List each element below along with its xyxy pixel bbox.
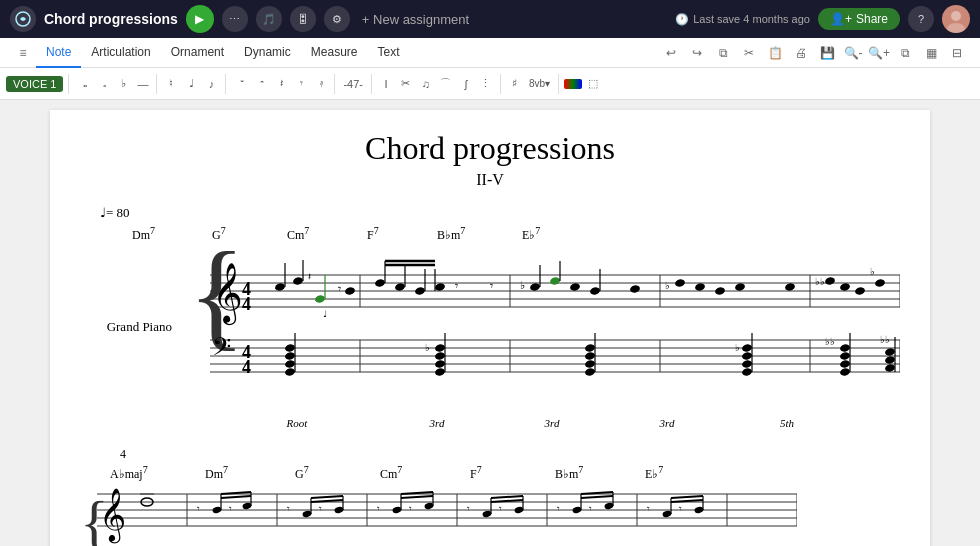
chord-labels-row1: Dm7 G7 Cm7 F7 B♭m7 E♭7 (80, 225, 900, 243)
svg-point-85 (584, 359, 595, 368)
tuplet-icon[interactable]: ⋮ (477, 75, 495, 93)
svg-point-104 (884, 363, 895, 372)
svg-point-87 (584, 343, 595, 352)
svg-text:♭: ♭ (425, 342, 430, 353)
chord-abmaj7: A♭maj7 (110, 464, 205, 482)
tab-measure[interactable]: Measure (301, 38, 368, 68)
svg-point-74 (284, 359, 295, 368)
voice-selector[interactable]: VOICE 1 (6, 76, 63, 92)
svg-line-145 (401, 496, 433, 498)
svg-point-91 (741, 351, 752, 360)
num-indicator: -47- (340, 78, 366, 90)
svg-point-84 (584, 367, 595, 376)
sidebar-toggle[interactable]: ≡ (12, 42, 34, 64)
print-icon[interactable]: 🖨 (790, 42, 812, 64)
note-flat[interactable]: ♭ (114, 75, 132, 93)
svg-point-42 (549, 276, 560, 285)
chord-labels-row2: A♭maj7 Dm7 G7 Cm7 F7 B♭m7 E♭7 (80, 464, 900, 482)
view-icon[interactable]: ⊟ (946, 42, 968, 64)
svg-point-52 (784, 282, 795, 291)
tie-icon[interactable]: ⌒ (437, 75, 455, 93)
rest-e[interactable]: 𝄾 (291, 75, 309, 93)
tab-dynamic[interactable]: Dynamic (234, 38, 301, 68)
zoom-in-icon[interactable]: 🔍+ (868, 42, 890, 64)
note-half[interactable]: 𝅗 (94, 75, 112, 93)
app-logo[interactable] (10, 6, 36, 32)
beam-icon[interactable]: ♫ (417, 75, 435, 93)
cursor-icon[interactable]: I (377, 75, 395, 93)
play-button[interactable]: ▶ (186, 5, 214, 33)
rest-half[interactable]: 𝄼 (251, 75, 269, 93)
share-button[interactable]: 👤+ Share (818, 8, 900, 30)
new-assignment-button[interactable]: New assignment (362, 12, 469, 27)
note-nat[interactable]: ♮ (162, 75, 180, 93)
cut-icon[interactable]: ✂ (738, 42, 760, 64)
svg-point-49 (694, 282, 705, 291)
tab-text[interactable]: Text (367, 38, 409, 68)
menu-icon[interactable]: ⋯ (222, 6, 248, 32)
pos-3rd-1: 3rd (362, 417, 512, 429)
svg-point-26 (344, 286, 355, 295)
note-e[interactable]: ♪ (202, 75, 220, 93)
svg-point-50 (714, 286, 725, 295)
sep4 (334, 74, 335, 94)
staff-system-2: 4 A♭maj7 Dm7 G7 Cm7 F7 B♭m7 E♭7 { (80, 447, 900, 546)
rest-whole[interactable]: 𝄻 (231, 75, 249, 93)
audio-icon[interactable]: 🎵 (256, 6, 282, 32)
svg-point-99 (839, 367, 850, 376)
help-icon[interactable]: ? (908, 6, 934, 32)
svg-point-44 (569, 282, 580, 291)
slur-icon[interactable]: ∫ (457, 75, 475, 93)
caption-icon[interactable]: ⬚ (584, 75, 602, 93)
tab-articulation[interactable]: Articulation (81, 38, 160, 68)
svg-point-82 (434, 343, 445, 352)
svg-text:4: 4 (242, 294, 251, 314)
svg-point-54 (824, 276, 835, 285)
settings-icon[interactable]: ⚙ (324, 6, 350, 32)
chord2-cm7: Cm7 (380, 464, 470, 482)
note-dur[interactable]: — (134, 78, 151, 90)
score-page: Chord progressions II-V ♩= 80 Dm7 G7 Cm7… (50, 110, 930, 546)
chord-g7: G7 (212, 225, 287, 243)
svg-line-136 (311, 496, 343, 498)
user-avatar[interactable] (942, 5, 970, 33)
layout-icon[interactable]: ▦ (920, 42, 942, 64)
rest-s[interactable]: 𝄿 (311, 75, 329, 93)
rest-q[interactable]: 𝄽 (271, 75, 289, 93)
mixer-icon[interactable]: 🎛 (290, 6, 316, 32)
mixer2-icon[interactable]: ⧉ (894, 42, 916, 64)
instrument-label: Grand Piano (80, 319, 180, 335)
svg-point-81 (434, 351, 445, 360)
note-q[interactable]: ♩ (182, 75, 200, 93)
svg-point-97 (839, 351, 850, 360)
copy-icon[interactable]: ⧉ (712, 42, 734, 64)
svg-point-96 (839, 359, 850, 368)
pos-5th: 5th (742, 417, 832, 429)
svg-point-98 (839, 343, 850, 352)
svg-point-92 (741, 343, 752, 352)
undo-icon[interactable]: ↩ (660, 42, 682, 64)
svg-point-45 (589, 286, 600, 295)
redo-icon[interactable]: ↪ (686, 42, 708, 64)
8vb-text[interactable]: 8vb▾ (526, 78, 553, 89)
scissors-icon[interactable]: ✂ (397, 75, 415, 93)
svg-point-90 (741, 359, 752, 368)
tab-ornament[interactable]: Ornament (161, 38, 234, 68)
chord2-bbm7: B♭m7 (555, 464, 645, 482)
svg-point-73 (284, 367, 295, 376)
treble-staff-2: 𝄞 𝄾 (97, 484, 797, 546)
sharp-icon[interactable]: ♯ (506, 75, 524, 93)
svg-text:𝄢: 𝄢 (212, 333, 231, 366)
tab-note[interactable]: Note (36, 38, 81, 68)
zoom-out-icon[interactable]: 🔍- (842, 42, 864, 64)
note-whole[interactable]: 𝅝 (74, 75, 92, 93)
svg-point-93 (741, 367, 752, 376)
svg-line-129 (221, 496, 251, 498)
svg-point-19 (292, 276, 303, 285)
paste-icon[interactable]: 📋 (764, 42, 786, 64)
svg-text:♭: ♭ (735, 342, 740, 353)
pos-3rd-3: 3rd (592, 417, 742, 429)
color-icon[interactable] (564, 79, 582, 89)
pos-root: Root (232, 417, 362, 429)
save-icon[interactable]: 💾 (816, 42, 838, 64)
